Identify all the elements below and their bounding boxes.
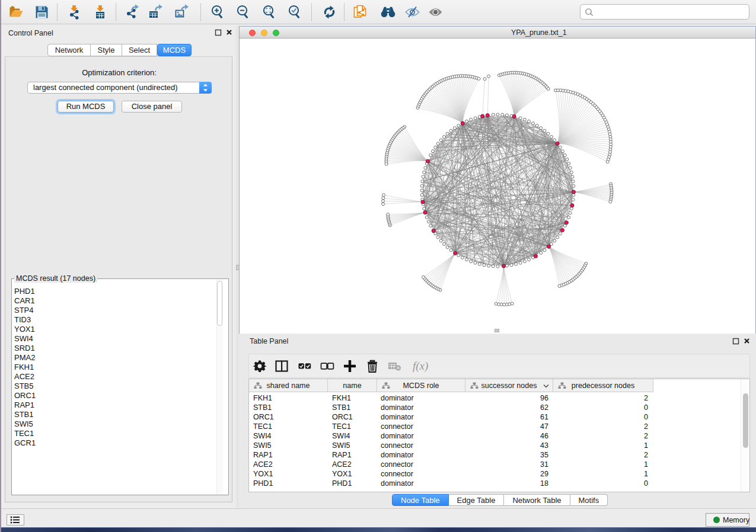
svg-text:f(x): f(x) bbox=[413, 360, 428, 373]
